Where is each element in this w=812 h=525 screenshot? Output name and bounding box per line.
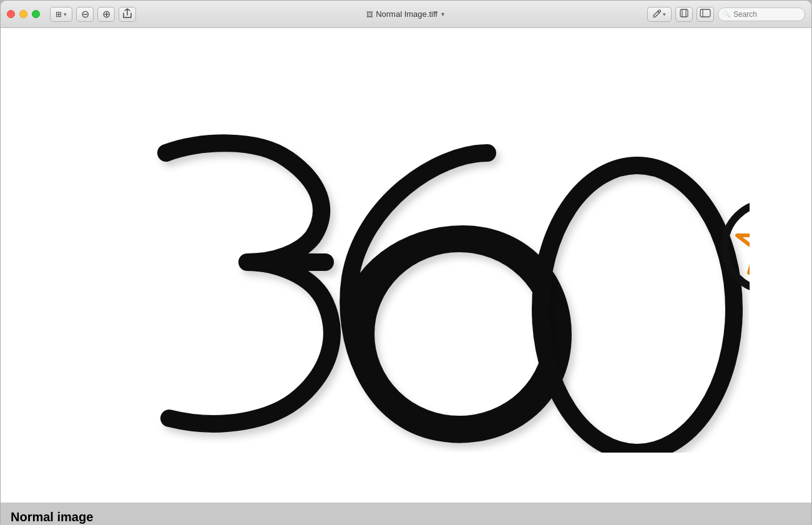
search-input[interactable] [718, 7, 805, 21]
caption-text: Normal image [11, 510, 93, 524]
sidebar-icon [700, 9, 711, 19]
minimize-button[interactable] [19, 10, 27, 18]
maximize-button[interactable] [32, 10, 40, 18]
traffic-lights [7, 10, 40, 18]
view-mode-button[interactable]: ⊞ ▾ [50, 7, 72, 22]
zoom-out-icon: ⊖ [81, 8, 89, 20]
close-button[interactable] [7, 10, 15, 18]
title-dropdown-arrow[interactable]: ▼ [440, 11, 446, 17]
annotate-dropdown-arrow: ▾ [663, 11, 666, 17]
file-icon: 🖼 [366, 11, 373, 18]
pencil-icon [653, 9, 661, 19]
share-button[interactable] [119, 7, 136, 22]
share-icon [123, 8, 132, 20]
image-canvas [1, 28, 811, 503]
right-toolbar: ▾ 🔍 [647, 7, 805, 22]
main-image [63, 78, 750, 453]
svg-rect-3 [700, 9, 710, 17]
titlebar: ⊞ ▾ ⊖ ⊕ 🖼 Normal Image.tiff ▼ [1, 1, 811, 28]
preview-window: ⊞ ▾ ⊖ ⊕ 🖼 Normal Image.tiff ▼ [0, 0, 812, 525]
sidebar-button[interactable] [697, 7, 714, 22]
view-icon: ⊞ [56, 10, 62, 19]
zoom-in-button[interactable]: ⊕ [97, 7, 115, 22]
caption-area: Normal image [1, 503, 811, 525]
annotate-button[interactable]: ▾ [647, 7, 672, 22]
view-dropdown-arrow: ▾ [64, 11, 67, 17]
svg-marker-8 [737, 212, 750, 273]
titlebar-title-area: 🖼 Normal Image.tiff ▼ [366, 9, 446, 19]
window-title: Normal Image.tiff [376, 9, 438, 19]
zoom-in-icon: ⊕ [102, 8, 110, 20]
search-wrapper: 🔍 [718, 7, 805, 21]
zoom-out-button[interactable]: ⊖ [76, 7, 94, 22]
left-toolbar: ⊞ ▾ ⊖ ⊕ [50, 7, 136, 22]
adjust-button[interactable] [675, 7, 693, 22]
svg-point-5 [366, 243, 553, 424]
svg-rect-0 [680, 9, 688, 17]
svg-point-6 [541, 165, 734, 453]
adjust-icon [679, 8, 689, 20]
